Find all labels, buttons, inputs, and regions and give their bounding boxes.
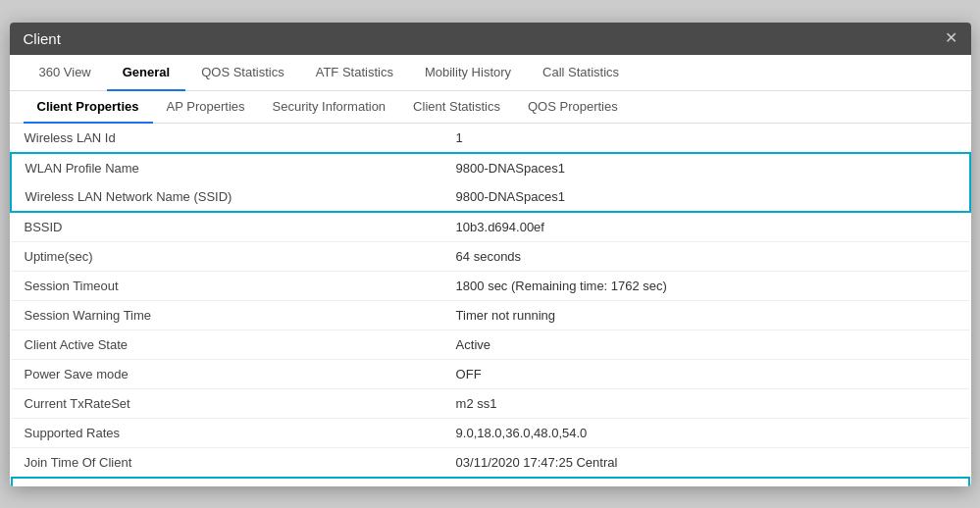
table-row: Session Warning TimeTimer not running [11,300,970,330]
tab-secondary-security[interactable]: Security Information [259,91,400,124]
tab-secondary-ap-props[interactable]: AP Properties [153,91,259,124]
table-row: Power Save modeOFF [11,359,970,388]
row-value: 9.0,18.0,36.0,48.0,54.0 [442,418,970,447]
row-label: Wireless LAN Id [11,124,442,153]
row-label: BSSID [11,212,442,242]
row-label: Power Save mode [11,359,442,388]
tab-secondary-client-stats[interactable]: Client Statistics [399,91,514,124]
row-label: WLAN Profile Name [11,153,442,182]
row-label: Session Timeout [11,271,442,300]
tab-primary-general[interactable]: General [107,55,185,91]
row-label: Wireless LAN Network Name (SSID) [11,182,442,212]
table-row: Policy Manager StateRun [11,477,970,486]
table-row: Uptime(sec)64 seconds [11,241,970,271]
table-row: Client Active StateActive [11,330,970,359]
properties-table: Wireless LAN Id1WLAN Profile Name9800-DN… [10,124,971,486]
row-label: Uptime(sec) [11,241,442,271]
table-container: Wireless LAN Id1WLAN Profile Name9800-DN… [10,124,971,486]
row-value: Timer not running [442,300,970,330]
content-area: Wireless LAN Id1WLAN Profile Name9800-DN… [10,124,971,486]
row-value: Run [442,477,970,486]
table-row: Session Timeout1800 sec (Remaining time:… [11,271,970,300]
row-value: 03/11/2020 17:47:25 Central [442,447,970,477]
row-label: Client Active State [11,330,442,359]
row-value: 9800-DNASpaces1 [442,182,970,212]
tab-primary-360view[interactable]: 360 View [24,55,107,91]
tab-primary-qos[interactable]: QOS Statistics [185,55,300,91]
table-row: Current TxRateSetm2 ss1 [11,388,970,418]
close-button[interactable]: ✕ [945,30,957,46]
table-row: Wireless LAN Network Name (SSID)9800-DNA… [11,182,970,212]
row-value: 9800-DNASpaces1 [442,153,970,182]
row-value: 10b3.d694.00ef [442,212,970,242]
row-label: Session Warning Time [11,300,442,330]
primary-tabs: 360 ViewGeneralQOS StatisticsATF Statist… [10,55,971,91]
row-value: 64 seconds [442,241,970,271]
table-row: WLAN Profile Name9800-DNASpaces1 [11,153,970,182]
client-dialog: Client ✕ 360 ViewGeneralQOS StatisticsAT… [10,23,971,486]
row-label: Current TxRateSet [11,388,442,418]
table-row: Wireless LAN Id1 [11,124,970,153]
dialog-header: Client ✕ [10,23,971,55]
tab-secondary-qos-props[interactable]: QOS Properties [514,91,632,124]
tab-primary-call[interactable]: Call Statistics [527,55,635,91]
row-value: 1800 sec (Remaining time: 1762 sec) [442,271,970,300]
tab-primary-atf[interactable]: ATF Statistics [300,55,409,91]
row-value: m2 ss1 [442,388,970,418]
table-row: Supported Rates9.0,18.0,36.0,48.0,54.0 [11,418,970,447]
row-value: Active [442,330,970,359]
row-label: Policy Manager State [11,477,442,486]
row-label: Join Time Of Client [11,447,442,477]
table-row: BSSID10b3.d694.00ef [11,212,970,242]
tab-secondary-client-props[interactable]: Client Properties [24,91,153,124]
tab-primary-mobility[interactable]: Mobility History [409,55,527,91]
table-row: Join Time Of Client03/11/2020 17:47:25 C… [11,447,970,477]
row-value: 1 [442,124,970,153]
dialog-title: Client [24,30,61,47]
row-value: OFF [442,359,970,388]
secondary-tabs: Client PropertiesAP PropertiesSecurity I… [10,91,971,124]
row-label: Supported Rates [11,418,442,447]
